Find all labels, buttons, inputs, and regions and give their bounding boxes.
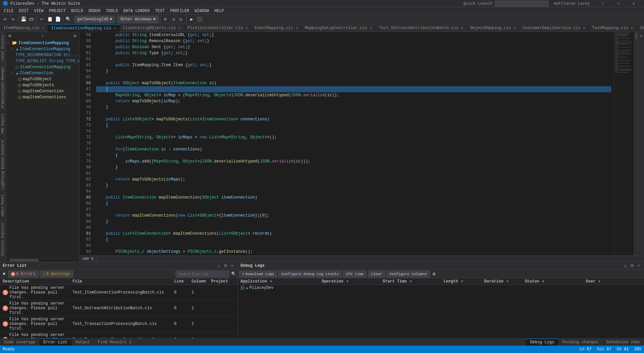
- tab-4[interactable]: EventMapping.cls ✕: [251, 24, 301, 32]
- menu-build[interactable]: BUILD: [68, 7, 86, 15]
- explorer-sort-icon[interactable]: ↕: [41, 34, 44, 38]
- search-error-icon[interactable]: 🔍: [231, 271, 236, 276]
- btab-pending-changes[interactable]: Pending changes: [558, 339, 602, 346]
- tab-2[interactable]: ClientelingObjects.cls ✕: [120, 24, 184, 32]
- undo-button[interactable]: ↩: [1, 16, 9, 23]
- tab-close-4[interactable]: ✕: [296, 26, 298, 30]
- tree-item-4[interactable]: ▾ ◈ ItemConnection: [6, 70, 79, 76]
- tree-item-root[interactable]: ▾ 📂 ItemConnectionMapping: [6, 40, 79, 46]
- maximize-button[interactable]: □: [611, 0, 626, 7]
- btab-debug-logs[interactable]: Debug Logs: [526, 339, 558, 346]
- stop-button[interactable]: ⬛: [196, 16, 203, 23]
- code-content[interactable]: public String ItemExternalURL {get; set;…: [94, 32, 614, 255]
- tree-item-5[interactable]: ⬡ mapToSObject: [6, 76, 79, 82]
- editor-scrollbar[interactable]: [634, 32, 638, 255]
- indent-button[interactable]: ▷: [178, 16, 185, 23]
- tab-close-7[interactable]: ✕: [514, 26, 516, 30]
- explorer-scrollbar[interactable]: [6, 259, 79, 261]
- side-icon-admin[interactable]: Admin Panel: [0, 192, 5, 219]
- btab-find-results[interactable]: Find Results 1: [94, 339, 136, 346]
- btab-code-coverage[interactable]: Code coverage: [0, 339, 39, 346]
- debug-checkbox-0[interactable]: [240, 286, 245, 290]
- filter-dur-icon[interactable]: ▼: [506, 280, 508, 283]
- filter-icon[interactable]: ▼: [1, 271, 7, 277]
- tab-close-8[interactable]: ✕: [583, 26, 585, 30]
- filter-user-icon[interactable]: ▼: [599, 280, 601, 283]
- menu-view[interactable]: VIEW: [31, 7, 46, 15]
- panel-float-icon[interactable]: ⧉: [223, 263, 228, 268]
- search-error-input[interactable]: [176, 271, 229, 277]
- error-row-1[interactable]: 2 File has pending server changes. Pleas…: [0, 301, 237, 316]
- explorer-filter-icon[interactable]: ⊡: [74, 33, 76, 38]
- menu-tools[interactable]: TOOLS: [103, 7, 121, 15]
- menu-file[interactable]: FILE: [1, 7, 16, 15]
- filter-start-icon[interactable]: ▼: [410, 280, 412, 283]
- tab-0[interactable]: ItemMapping.cls ✕: [0, 24, 48, 32]
- panel-close-icon[interactable]: ✕: [229, 263, 235, 268]
- configure-columns-button[interactable]: Configure columns: [386, 271, 430, 277]
- tab-close-6[interactable]: ✕: [461, 26, 463, 30]
- side-icon-lightning[interactable]: Lightning Bundle Explorer: [0, 136, 5, 192]
- error-row-3[interactable]: 4 File has pending server changes. Pleas…: [0, 332, 237, 339]
- side-icon-local-history[interactable]: Local History: [0, 32, 5, 64]
- format-button[interactable]: ≡: [162, 16, 169, 23]
- errors-badge[interactable]: ✕ 8 Errors: [8, 271, 38, 277]
- debug-panel-float-icon[interactable]: ⧉: [629, 263, 635, 268]
- menu-dataloader[interactable]: DATA LOADER: [121, 7, 152, 15]
- tree-item-6[interactable]: ⬡ mapToSObjects: [6, 82, 79, 88]
- filter-app-icon[interactable]: ▼: [270, 280, 272, 283]
- add-icon[interactable]: +: [640, 32, 642, 40]
- side-icon-solution[interactable]: Solution Explorer: [0, 219, 5, 259]
- find-button[interactable]: 🔍: [64, 16, 72, 23]
- tab-5[interactable]: MappingSetupController.cls ✕: [302, 24, 376, 32]
- error-row-2[interactable]: 3 File has pending server changes. Pleas…: [0, 316, 237, 332]
- paste-button[interactable]: 📄: [54, 16, 61, 23]
- debug-row-0[interactable]: ◈ PilaceyDev: [238, 285, 644, 291]
- build-button[interactable]: ▶: [188, 16, 195, 23]
- other-windows-dropdown[interactable]: Other Windows ▼: [118, 16, 159, 23]
- settings-icon[interactable]: ⚙: [433, 271, 435, 277]
- menu-project[interactable]: PROJECT: [46, 7, 68, 15]
- tab-1[interactable]: ItemConnectionMapping.cls ✕: [48, 24, 120, 32]
- explorer-toolbar-icon[interactable]: ⊞: [9, 33, 11, 38]
- tab-close-1[interactable]: ✕: [114, 26, 116, 30]
- tab-10[interactable]: SendGridServices.cls ✕: [637, 24, 644, 32]
- configure-debug-button[interactable]: Configure Debug Log Levels: [278, 271, 342, 277]
- menu-profiler[interactable]: PROFILER: [167, 7, 192, 15]
- error-table[interactable]: Description File Line Column Project 1 F…: [0, 278, 237, 338]
- tab-7[interactable]: ObjectMapping.cls ✕: [467, 24, 519, 32]
- utc-time-button[interactable]: UTC time: [343, 271, 367, 277]
- copy-button[interactable]: 📋: [46, 16, 53, 23]
- zoom-level[interactable]: 100 %: [82, 257, 93, 261]
- tree-item-7[interactable]: ⬡ mapItemConnection: [6, 88, 79, 94]
- btab-scheduled-jobs[interactable]: Scheduled Jobs: [602, 339, 644, 346]
- side-icon-pmd[interactable]: PMD Report: [0, 111, 5, 136]
- filter-status-icon[interactable]: ▼: [542, 280, 544, 283]
- debug-panel-up-icon[interactable]: △: [623, 263, 628, 268]
- save-all-button[interactable]: 🗃: [28, 16, 35, 23]
- code-editor[interactable]: 58 59 60 61 62 63 64 65 66 67 68 69 70 7…: [79, 32, 638, 255]
- tab-close-9[interactable]: ✕: [631, 26, 633, 30]
- tab-close-3[interactable]: ✕: [246, 26, 248, 30]
- minimize-button[interactable]: ─: [595, 0, 611, 7]
- download-logs-button[interactable]: ⬇ Download Logs: [239, 271, 277, 277]
- tree-item-3[interactable]: ⬡ ItemConnectionMapping: [6, 64, 79, 70]
- redo-button[interactable]: ↪: [9, 16, 17, 23]
- quick-launch-input[interactable]: [495, 1, 548, 7]
- save-button[interactable]: 💾: [20, 16, 27, 23]
- cut-button[interactable]: ✂: [38, 16, 45, 23]
- warnings-badge[interactable]: ⚠ 0 Warnings: [40, 271, 73, 277]
- tree-item-2[interactable]: TYPE_WISHLIST String TYPE_W...: [6, 58, 79, 64]
- function-dropdown[interactable]: getSendingId8 ▼: [75, 16, 115, 23]
- tab-close-0[interactable]: ✕: [42, 26, 44, 30]
- debug-table[interactable]: Application ▼ Operation ▼ Start Time ▼: [238, 278, 644, 338]
- tab-3[interactable]: PicklistsController.cls ✕: [184, 24, 252, 32]
- clear-button[interactable]: Clear: [368, 271, 385, 277]
- tab-9[interactable]: TaskMapping.cls ✕: [589, 24, 637, 32]
- menu-window[interactable]: WINDOW: [192, 7, 212, 15]
- tree-item-8[interactable]: ⬡ mapItemConnections: [6, 94, 79, 100]
- filter-len-icon[interactable]: ▼: [461, 280, 463, 283]
- menu-debug[interactable]: DEBUG: [86, 7, 103, 15]
- outdent-button[interactable]: ◁: [170, 16, 177, 23]
- tab-6[interactable]: Test_OutreachAttributionBatch.cls ✕: [376, 24, 467, 32]
